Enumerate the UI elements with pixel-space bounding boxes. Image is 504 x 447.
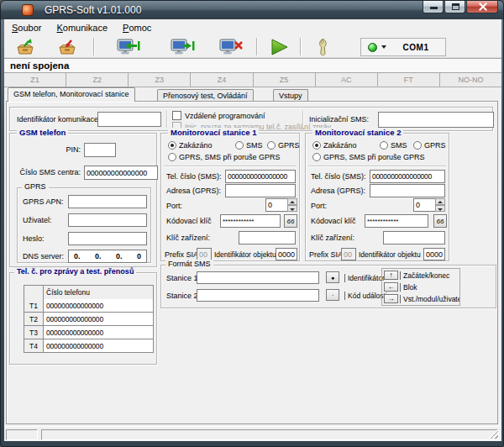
row-label: T4	[24, 339, 43, 352]
phone-number-cell[interactable]: 000000000000000	[44, 313, 153, 325]
remote-programming-checkbox[interactable]	[172, 111, 181, 120]
insert-identifier-button[interactable]: ●	[326, 271, 339, 283]
station2-prefix-input	[341, 248, 356, 260]
phone-number-cell[interactable]: 000000000000000	[44, 339, 153, 352]
connection-led-icon	[368, 43, 377, 52]
insert-event-code-button[interactable]: ·	[326, 289, 339, 301]
pin-input[interactable]	[84, 143, 116, 157]
com-port-selector[interactable]: COM1	[360, 38, 446, 56]
tab-transfer-test[interactable]: Přenosový test, Ovládání	[157, 89, 254, 102]
maximize-button[interactable]	[444, 1, 465, 13]
status-panel-left	[6, 429, 38, 440]
phone-number-cell[interactable]: 000000000000000	[44, 299, 153, 312]
station1-radio-gprs-sms[interactable]	[168, 153, 176, 161]
station2-radio-gprs-sms[interactable]	[312, 153, 321, 161]
station2-device-key-input[interactable]	[383, 231, 445, 245]
station1-tel-input[interactable]	[225, 170, 296, 183]
station1-radio-gprs-label: GPRS	[278, 141, 300, 150]
open-file-icon	[15, 37, 35, 57]
station1-address-input[interactable]	[225, 184, 296, 197]
menu-komunikace[interactable]: Komunikace	[49, 20, 115, 35]
minimize-icon	[430, 7, 438, 9]
open-file-button[interactable]	[13, 37, 38, 57]
insert-input-module-user-button[interactable]: →	[384, 294, 398, 303]
menu-pomoc[interactable]: Pomoc	[115, 20, 159, 35]
station2-address-input[interactable]	[370, 184, 445, 197]
identifier-input[interactable]	[97, 112, 161, 127]
spinner-down-icon[interactable]	[435, 205, 445, 212]
station2-port-spinner	[413, 198, 445, 212]
init-sms-input[interactable]	[378, 112, 494, 128]
pin-label: PIN:	[18, 145, 81, 154]
play-icon	[268, 37, 290, 57]
legend-row: → Vst./modul/uživatel	[384, 293, 460, 304]
save-file-button[interactable]	[55, 37, 80, 57]
spinner-down-icon[interactable]	[287, 205, 297, 212]
toolbar: COM1	[4, 36, 501, 58]
station2-radio-gprs-sms-label: GPRS, SMS při poruše GPRS	[323, 153, 425, 161]
legend-row: ← Blok	[384, 281, 417, 292]
zone-indicator: Z3	[129, 73, 191, 87]
insert-start-end-button[interactable]: ↑	[384, 271, 398, 280]
com-port-label: COM1	[386, 43, 445, 52]
format-station2-input[interactable]	[197, 289, 319, 302]
station1-radio-disabled[interactable]	[168, 141, 176, 150]
station1-title: Monitorovací stanice 1	[168, 128, 259, 137]
settings-button[interactable]	[312, 37, 339, 57]
send-to-device-button[interactable]	[167, 37, 197, 57]
phone-number-cell[interactable]: 000000000000000	[44, 326, 153, 339]
status-panel-main	[41, 429, 499, 440]
gprs-password-input[interactable]	[68, 232, 147, 245]
remote-programming-label: Vzdálené programování	[185, 112, 265, 120]
close-icon	[479, 3, 487, 11]
station1-radio-gprs[interactable]	[267, 141, 276, 150]
station1-show-key-button[interactable]: 66	[284, 214, 297, 228]
station1-port-input[interactable]	[265, 198, 287, 212]
station2-radio-disabled-label: Zakázáno	[323, 141, 357, 150]
station2-port-input[interactable]	[413, 198, 435, 212]
legend-row: ↑ Začátek/konec	[384, 270, 449, 281]
menu-soubor[interactable]: Soubor	[4, 20, 49, 35]
close-button[interactable]	[466, 1, 498, 13]
minimize-button[interactable]	[423, 1, 444, 13]
menu-bar: Soubor Komunikace Pomoc	[4, 19, 501, 36]
format-station1-input[interactable]	[197, 271, 319, 284]
station2-radio-gprs[interactable]	[413, 141, 422, 150]
station2-show-key-button[interactable]: 66	[433, 214, 447, 228]
station2-radio-disabled[interactable]	[312, 141, 321, 150]
station1-radio-sms[interactable]	[235, 141, 244, 150]
input-module-user-label: Vst./modul/uživatel	[400, 295, 460, 303]
title-bar[interactable]: GPRS-Soft v1.01.000	[1, 1, 503, 19]
start-button[interactable]	[265, 37, 293, 57]
disconnect-device-button[interactable]	[216, 37, 246, 57]
sms-center-input[interactable]	[84, 166, 158, 180]
station2-object-input[interactable]	[423, 248, 445, 260]
insert-block-button[interactable]: ←	[384, 282, 398, 292]
tab-inputs[interactable]: Vstupy	[273, 89, 308, 102]
station1-key-label: Kódovací klíč	[166, 217, 212, 225]
toolbar-separator	[93, 38, 94, 55]
station2-key-input[interactable]	[365, 214, 428, 228]
station1-key-input[interactable]	[220, 214, 281, 228]
station1-object-input[interactable]	[276, 248, 297, 260]
station2-address-label: Adresa (GPRS):	[311, 187, 365, 195]
dns-server-label: DNS server:	[23, 252, 64, 260]
dns-server-input[interactable]: 0. 0. 0. 0	[68, 250, 147, 263]
station1-radio-sms-label: SMS	[246, 141, 263, 150]
station2-key-label: Kódovací klíč	[311, 217, 356, 225]
maximize-icon	[452, 3, 459, 10]
tab-gsm-monitoring[interactable]: GSM telefon, Monitorovací stanice	[8, 87, 135, 102]
spinner-up-icon[interactable]	[287, 198, 297, 205]
station1-device-key-input[interactable]	[239, 231, 296, 245]
gprs-user-input[interactable]	[68, 213, 147, 227]
init-sms-label: Inicializační SMS:	[309, 115, 369, 124]
spinner-up-icon[interactable]	[435, 198, 445, 205]
station2-radio-sms[interactable]	[380, 141, 388, 150]
window-title: GPRS-Soft v1.01.000	[45, 4, 141, 16]
read-from-device-button[interactable]	[113, 37, 144, 57]
format-station2-label: Stanice 2	[166, 292, 198, 300]
zone-indicator: Z4	[191, 73, 253, 87]
station1-tel-label: Tel. číslo (SMS):	[166, 172, 222, 181]
station2-tel-input[interactable]	[370, 170, 445, 183]
apn-input[interactable]	[68, 195, 147, 208]
